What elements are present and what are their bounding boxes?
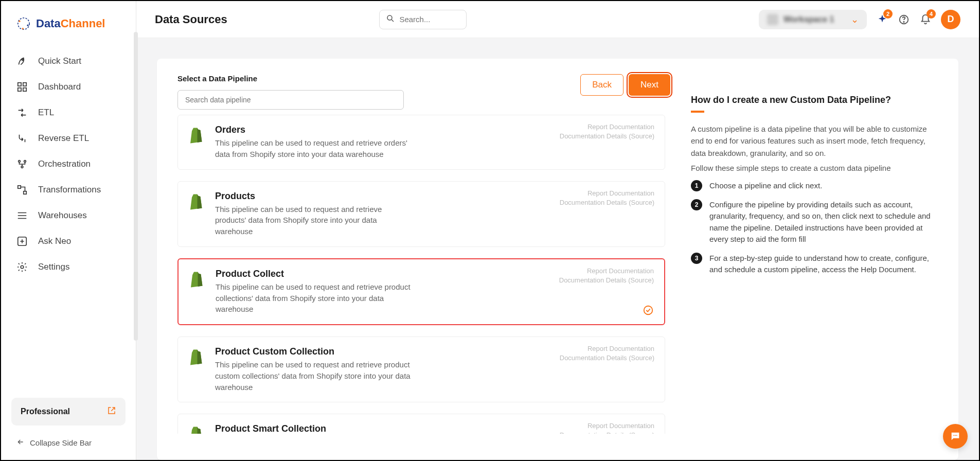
svg-point-19 [644, 306, 653, 315]
check-circle-icon [643, 305, 654, 316]
report-documentation-link[interactable]: Report Documentation [560, 189, 654, 198]
svg-point-0 [18, 18, 29, 29]
help-step: 3For a step-by-step guide to understand … [691, 253, 938, 276]
svg-point-18 [903, 21, 904, 22]
sidebar-item-transformations[interactable]: Transformations [1, 177, 136, 203]
logo-text: DataChannel [36, 17, 105, 30]
topbar: Data Sources Workspace 1 ⌄ 2 [136, 1, 979, 38]
documentation-details-link[interactable]: Documentation Details (Source) [559, 276, 654, 285]
transformations-icon [16, 184, 28, 196]
pipeline-links: Report DocumentationDocumentation Detail… [560, 344, 654, 363]
svg-point-21 [955, 435, 956, 436]
next-button[interactable]: Next [629, 74, 670, 96]
collapse-icon [16, 438, 25, 448]
step-number: 3 [691, 253, 702, 264]
pipeline-description: This pipeline can be used to request and… [215, 204, 411, 237]
search-icon [386, 14, 395, 25]
global-search-input[interactable] [399, 15, 460, 24]
shopify-icon [188, 270, 206, 288]
pipeline-card[interactable]: Product CollectThis pipeline can be used… [177, 258, 665, 325]
shopify-icon [187, 192, 206, 210]
orchestration-icon [16, 158, 28, 170]
svg-point-4 [22, 59, 24, 61]
sidebar-item-label: Ask Neo [38, 236, 71, 246]
documentation-details-link[interactable]: Documentation Details (Source) [560, 132, 654, 141]
pipeline-links: Report DocumentationDocumentation Detail… [560, 189, 654, 207]
external-link-icon [107, 406, 116, 417]
dashboard-icon [16, 81, 28, 93]
pipeline-list[interactable]: OrdersThis pipeline can be used to reque… [177, 115, 670, 434]
chat-button[interactable] [943, 424, 968, 449]
svg-point-15 [21, 265, 24, 269]
workspace-selector[interactable]: Workspace 1 ⌄ [759, 10, 867, 29]
page-title: Data Sources [155, 13, 227, 26]
help-panel: How do I create a new Custom Data Pipeli… [691, 74, 938, 445]
pipeline-links: Report DocumentationDocumentation Detail… [559, 267, 654, 285]
sidebar-item-quick-start[interactable]: Quick Start [1, 48, 136, 74]
sidebar-item-label: Quick Start [38, 56, 81, 66]
workspace-name: Workspace 1 [783, 15, 834, 24]
logo-icon [15, 15, 32, 32]
svg-point-3 [22, 28, 24, 29]
report-documentation-link[interactable]: Report Documentation [560, 344, 654, 353]
svg-rect-12 [18, 186, 21, 189]
report-documentation-link[interactable]: Report Documentation [559, 267, 654, 276]
svg-point-9 [19, 161, 21, 163]
help-title: How do I create a new Custom Data Pipeli… [691, 95, 938, 105]
shopify-icon [187, 424, 206, 434]
etl-icon [16, 107, 28, 118]
sparkle-icon[interactable]: 2 [876, 13, 888, 26]
sidebar-item-settings[interactable]: Settings [1, 254, 136, 280]
svg-point-11 [21, 166, 23, 168]
report-documentation-link[interactable]: Report Documentation [560, 421, 654, 431]
pipeline-links: Report DocumentationDocumentation Detail… [560, 122, 654, 141]
pipeline-card[interactable]: ProductsThis pipeline can be used to req… [177, 181, 665, 247]
step-number: 1 [691, 180, 702, 191]
plan-card[interactable]: Professional [11, 398, 126, 425]
collapse-sidebar[interactable]: Collapse Side Bar [11, 436, 126, 450]
documentation-details-link[interactable]: Documentation Details (Source) [560, 353, 654, 363]
pipeline-card[interactable]: Product Custom CollectionThis pipeline c… [177, 336, 665, 402]
shopify-icon [187, 347, 206, 366]
global-search[interactable] [379, 10, 467, 29]
pipeline-card[interactable]: Product Smart CollectionThis pipeline ca… [177, 414, 665, 434]
sidebar-item-etl[interactable]: ETL [1, 100, 136, 126]
help-icon[interactable] [898, 13, 910, 26]
nav: Quick Start Dashboard ETL Reverse ETL Or… [1, 43, 136, 398]
shopify-icon [187, 126, 206, 144]
warehouses-icon [16, 210, 28, 221]
avatar[interactable]: D [941, 10, 960, 29]
sidebar-item-dashboard[interactable]: Dashboard [1, 74, 136, 100]
pipeline-search-input[interactable] [177, 90, 404, 110]
svg-rect-7 [18, 88, 21, 91]
sidebar-item-label: ETL [38, 108, 54, 118]
sidebar-item-label: Orchestration [38, 159, 91, 169]
documentation-details-link[interactable]: Documentation Details (Source) [560, 431, 654, 434]
pipeline-links: Report DocumentationDocumentation Detail… [560, 421, 654, 434]
sidebar-item-orchestration[interactable]: Orchestration [1, 151, 136, 177]
svg-point-10 [24, 161, 26, 163]
report-documentation-link[interactable]: Report Documentation [560, 122, 654, 132]
sidebar-item-ask-neo[interactable]: Ask Neo [1, 228, 136, 254]
step-text: For a step-by-step guide to understand h… [709, 253, 938, 276]
accent-bar [691, 111, 704, 113]
chevron-down-icon: ⌄ [851, 14, 859, 25]
sidebar-item-warehouses[interactable]: Warehouses [1, 203, 136, 228]
section-label: Select a Data Pipeline [177, 74, 404, 83]
back-button[interactable]: Back [580, 74, 623, 96]
help-step: 2Configure the pipeline by providing det… [691, 199, 938, 245]
workspace-icon [767, 14, 778, 25]
plus-square-icon [16, 236, 28, 247]
logo[interactable]: DataChannel [1, 1, 136, 43]
bell-icon[interactable]: 4 [919, 13, 932, 26]
reverse-etl-icon [16, 133, 28, 144]
sidebar-item-label: Transformations [38, 185, 101, 195]
svg-rect-13 [24, 191, 27, 194]
svg-point-20 [953, 435, 954, 436]
pipeline-card[interactable]: OrdersThis pipeline can be used to reque… [177, 115, 665, 170]
plan-name: Professional [21, 407, 70, 416]
documentation-details-link[interactable]: Documentation Details (Source) [560, 198, 654, 207]
sidebar-item-label: Reverse ETL [38, 133, 89, 144]
svg-point-2 [27, 25, 28, 26]
sidebar-item-reverse-etl[interactable]: Reverse ETL [1, 126, 136, 151]
